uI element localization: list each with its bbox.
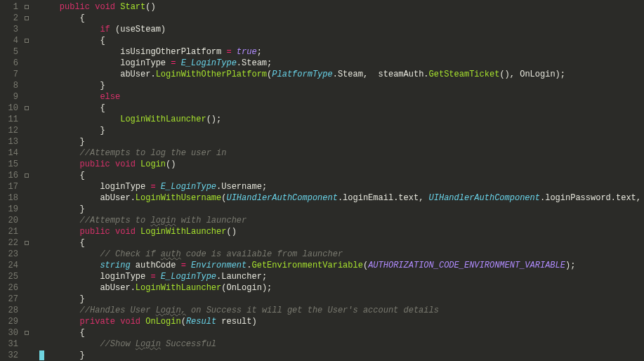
line-number: 26 — [4, 282, 18, 294]
fold-toggle — [22, 114, 31, 125]
line-number: 19 — [4, 204, 18, 215]
line-number: 28 — [4, 305, 18, 316]
fold-toggle — [22, 316, 31, 327]
fold-toggle — [22, 294, 31, 305]
line-number: 25 — [4, 271, 18, 282]
fold-toggle[interactable] — [22, 103, 31, 114]
code-line[interactable]: { — [39, 237, 644, 249]
fold-toggle[interactable] — [22, 327, 31, 339]
code-line[interactable]: abUser.LoginWithLauncher(OnLogin); — [39, 282, 644, 294]
code-line[interactable]: { — [39, 13, 644, 24]
code-line[interactable]: // Check if auth code is available from … — [39, 249, 644, 260]
code-line[interactable]: public void Login() — [39, 159, 644, 170]
fold-toggle[interactable] — [22, 1, 31, 13]
code-line[interactable]: } — [39, 125, 644, 136]
fold-toggle — [22, 125, 31, 136]
code-line[interactable]: private void OnLogin(Result result) — [39, 316, 644, 327]
code-line[interactable]: loginType = E_LoginType.Steam; — [39, 58, 644, 69]
code-line[interactable]: public void LoginWithLauncher() — [39, 226, 644, 237]
line-number: 10 — [4, 103, 18, 114]
fold-toggle — [22, 204, 31, 215]
fold-toggle — [22, 215, 31, 226]
line-number: 12 — [4, 125, 18, 136]
fold-toggle[interactable] — [22, 13, 31, 24]
line-number: 9 — [4, 91, 18, 103]
fold-gutter[interactable] — [22, 0, 31, 361]
fold-toggle[interactable] — [22, 170, 31, 181]
code-line[interactable]: string authCode = Environment.GetEnviron… — [39, 260, 644, 271]
code-line[interactable]: public void Start() — [39, 1, 644, 13]
fold-toggle — [22, 350, 31, 361]
code-line[interactable]: } — [39, 80, 644, 91]
code-line[interactable]: if (useSteam) — [39, 24, 644, 35]
line-number: 6 — [4, 58, 18, 69]
code-line[interactable]: } — [39, 204, 644, 215]
code-line[interactable]: else — [39, 91, 644, 103]
fold-toggle[interactable] — [22, 237, 31, 249]
line-number: 27 — [4, 294, 18, 305]
code-line[interactable]: loginType = E_LoginType.Launcher; — [39, 271, 644, 282]
line-number: 7 — [4, 69, 18, 80]
line-number: 8 — [4, 80, 18, 91]
fold-toggle — [22, 249, 31, 260]
fold-toggle — [22, 58, 31, 69]
fold-toggle — [22, 282, 31, 294]
line-number: 17 — [4, 181, 18, 192]
fold-toggle — [22, 305, 31, 316]
code-line[interactable]: //Attempts to log the user in — [39, 147, 644, 159]
line-number: 13 — [4, 136, 18, 147]
fold-toggle — [22, 80, 31, 91]
code-line[interactable]: abUser.LoginWithOtherPlatform(PlatformTy… — [39, 69, 644, 80]
code-line[interactable]: //Show Login Successful — [39, 339, 644, 350]
line-number: 15 — [4, 159, 18, 170]
line-number: 24 — [4, 260, 18, 271]
code-line[interactable]: { — [39, 170, 644, 181]
line-number: 2 — [4, 13, 18, 24]
fold-toggle — [22, 147, 31, 159]
line-number: 1 — [4, 1, 18, 13]
line-number: 14 — [4, 147, 18, 159]
code-line[interactable]: } — [39, 350, 644, 361]
fold-toggle — [22, 271, 31, 282]
code-line[interactable]: { — [39, 103, 644, 114]
line-number: 4 — [4, 35, 18, 46]
line-number: 22 — [4, 237, 18, 249]
code-line[interactable]: { — [39, 327, 644, 339]
code-line[interactable]: isUsingOtherPlatform = true; — [39, 46, 644, 58]
fold-toggle — [22, 91, 31, 103]
line-number: 31 — [4, 339, 18, 350]
line-number: 20 — [4, 215, 18, 226]
fold-toggle — [22, 69, 31, 80]
line-number-gutter: 1234567891011121314151617181920212223242… — [0, 0, 22, 361]
line-number: 21 — [4, 226, 18, 237]
line-number: 30 — [4, 327, 18, 339]
code-line[interactable]: { — [39, 35, 644, 46]
fold-toggle — [22, 226, 31, 237]
line-number: 23 — [4, 249, 18, 260]
fold-toggle — [22, 24, 31, 35]
fold-toggle — [22, 136, 31, 147]
code-line[interactable]: LoginWithLauncher(); — [39, 114, 644, 125]
fold-toggle — [22, 159, 31, 170]
code-area[interactable]: public void Start() { if (useSteam) { is… — [31, 0, 644, 361]
fold-toggle — [22, 192, 31, 204]
fold-toggle — [22, 260, 31, 271]
code-line[interactable]: //Handles User Login, on Success it will… — [39, 305, 644, 316]
line-number: 5 — [4, 46, 18, 58]
code-line[interactable]: abUser.LoginWithUsername(UIHandlerAuthCo… — [39, 192, 644, 204]
line-number: 18 — [4, 192, 18, 204]
code-line[interactable]: } — [39, 136, 644, 147]
line-number: 32 — [4, 350, 18, 361]
fold-toggle — [22, 181, 31, 192]
fold-toggle[interactable] — [22, 35, 31, 46]
code-line[interactable]: } — [39, 294, 644, 305]
code-line[interactable]: loginType = E_LoginType.Username; — [39, 181, 644, 192]
line-number: 11 — [4, 114, 18, 125]
fold-toggle — [22, 339, 31, 350]
line-number: 16 — [4, 170, 18, 181]
code-line[interactable]: //Attempts to login with launcher — [39, 215, 644, 226]
line-number: 29 — [4, 316, 18, 327]
fold-toggle — [22, 46, 31, 58]
code-editor[interactable]: 1234567891011121314151617181920212223242… — [0, 0, 644, 361]
line-number: 3 — [4, 24, 18, 35]
